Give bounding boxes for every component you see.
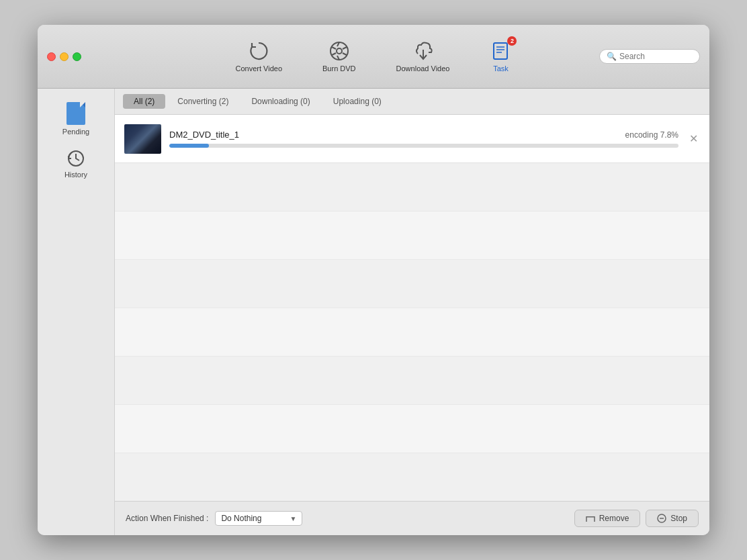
svg-rect-9 — [494, 43, 507, 59]
download-video-label: Download Video — [396, 64, 450, 73]
convert-video-icon-wrap — [248, 40, 269, 62]
task-close-button[interactable]: ✕ — [687, 132, 700, 146]
maximize-button[interactable] — [73, 52, 81, 61]
svg-rect-14 — [586, 516, 595, 518]
minimize-button[interactable] — [60, 52, 69, 61]
progress-bar-background — [169, 144, 678, 148]
convert-video-icon — [248, 40, 269, 62]
sidebar-item-history-label: History — [64, 171, 87, 179]
task-badge: 2 — [507, 36, 517, 46]
history-icon — [67, 149, 85, 168]
close-button[interactable] — [47, 52, 56, 61]
download-video-icon-wrap — [412, 40, 434, 62]
footer-right: Remove Stop — [574, 510, 699, 527]
traffic-lights — [47, 52, 81, 61]
remove-label: Remove — [599, 514, 629, 523]
remove-icon — [586, 514, 595, 523]
titlebar: Convert Video Burn DVD — [38, 25, 709, 89]
toolbar-item-task[interactable]: 2 Task — [483, 36, 518, 77]
task-name-row: DM2_DVD_title_1 encoding 7.8% — [169, 130, 678, 140]
empty-row — [115, 163, 709, 212]
search-icon: 🔍 — [607, 52, 617, 61]
burn-dvd-icon — [328, 40, 350, 62]
sidebar-item-pending[interactable]: Pending — [38, 97, 114, 141]
empty-row — [115, 212, 709, 260]
task-thumbnail — [124, 124, 161, 154]
burn-dvd-label: Burn DVD — [322, 64, 356, 73]
task-icon-wrap: 2 — [490, 40, 511, 62]
sidebar-item-history[interactable]: History — [38, 144, 114, 184]
remove-button[interactable]: Remove — [574, 510, 641, 527]
footer: Action When Finished : Do Nothing ▼ Remo… — [115, 501, 709, 535]
download-video-icon — [412, 40, 434, 62]
toolbar-item-download-video[interactable]: Download Video — [390, 36, 457, 77]
table-row: DM2_DVD_title_1 encoding 7.8% ✕ — [115, 115, 709, 163]
chevron-down-icon: ▼ — [290, 515, 297, 522]
stop-label: Stop — [670, 514, 687, 523]
main-content: Pending History All (2) Converting (2) D… — [38, 89, 709, 535]
task-name: DM2_DVD_title_1 — [169, 130, 239, 140]
tab-converting[interactable]: Converting (2) — [167, 94, 239, 109]
search-box[interactable]: 🔍 — [599, 49, 700, 64]
tabs-bar: All (2) Converting (2) Downloading (0) U… — [115, 89, 709, 115]
task-label: Task — [493, 64, 509, 73]
sidebar: Pending History — [38, 89, 115, 535]
empty-row — [115, 308, 709, 357]
svg-line-7 — [332, 47, 336, 49]
empty-row — [115, 357, 709, 405]
task-list: DM2_DVD_title_1 encoding 7.8% ✕ — [115, 115, 709, 501]
thumbnail-image — [124, 124, 161, 154]
app-window: Convert Video Burn DVD — [38, 25, 709, 535]
svg-point-1 — [337, 48, 342, 54]
action-select-value: Do Nothing — [221, 514, 285, 523]
toolbar-item-convert-video[interactable]: Convert Video — [229, 36, 290, 77]
empty-row — [115, 405, 709, 453]
pending-icon — [67, 102, 85, 125]
sidebar-item-pending-label: Pending — [62, 128, 89, 136]
right-panel: All (2) Converting (2) Downloading (0) U… — [115, 89, 709, 535]
svg-line-3 — [343, 47, 347, 49]
task-status: encoding 7.8% — [625, 130, 678, 140]
stop-button[interactable]: Stop — [646, 510, 699, 527]
tab-downloading[interactable]: Downloading (0) — [240, 94, 320, 109]
stop-icon — [657, 514, 666, 523]
footer-left: Action When Finished : Do Nothing ▼ — [126, 511, 302, 526]
search-input[interactable] — [619, 52, 693, 61]
task-progress-row — [169, 144, 678, 148]
progress-bar-fill — [169, 144, 209, 148]
svg-line-4 — [343, 53, 347, 55]
convert-video-label: Convert Video — [236, 64, 283, 73]
svg-line-6 — [332, 53, 336, 55]
action-select[interactable]: Do Nothing ▼ — [215, 511, 302, 526]
svg-point-0 — [331, 42, 348, 60]
burn-dvd-icon-wrap — [328, 40, 350, 62]
toolbar-item-burn-dvd[interactable]: Burn DVD — [316, 36, 363, 77]
empty-row — [115, 453, 709, 501]
task-info: DM2_DVD_title_1 encoding 7.8% — [169, 130, 678, 148]
action-label: Action When Finished : — [126, 514, 208, 523]
empty-row — [115, 260, 709, 308]
tab-uploading[interactable]: Uploading (0) — [322, 94, 392, 109]
tab-all[interactable]: All (2) — [123, 94, 165, 109]
